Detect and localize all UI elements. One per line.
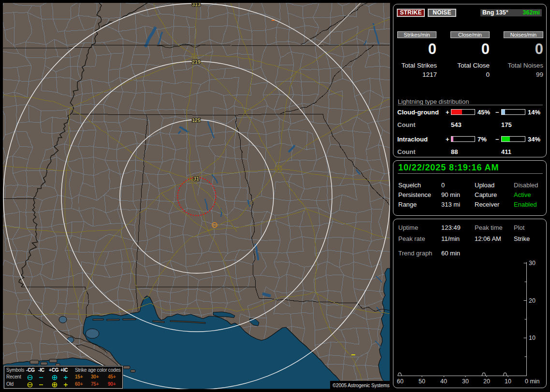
svg-text:219: 219 xyxy=(192,59,201,65)
svg-text:50: 50 xyxy=(419,378,425,385)
svg-text:30: 30 xyxy=(529,260,536,266)
svg-text:10: 10 xyxy=(529,335,536,341)
svg-text:60: 60 xyxy=(397,378,404,385)
svg-text:20: 20 xyxy=(483,378,490,385)
svg-text:31: 31 xyxy=(193,176,199,182)
svg-text:20: 20 xyxy=(529,297,536,304)
svg-text:10: 10 xyxy=(505,378,511,385)
svg-text:125: 125 xyxy=(192,117,201,123)
svg-text:0 min: 0 min xyxy=(525,378,540,385)
svg-text:40: 40 xyxy=(440,378,447,385)
svg-text:30: 30 xyxy=(462,378,469,385)
